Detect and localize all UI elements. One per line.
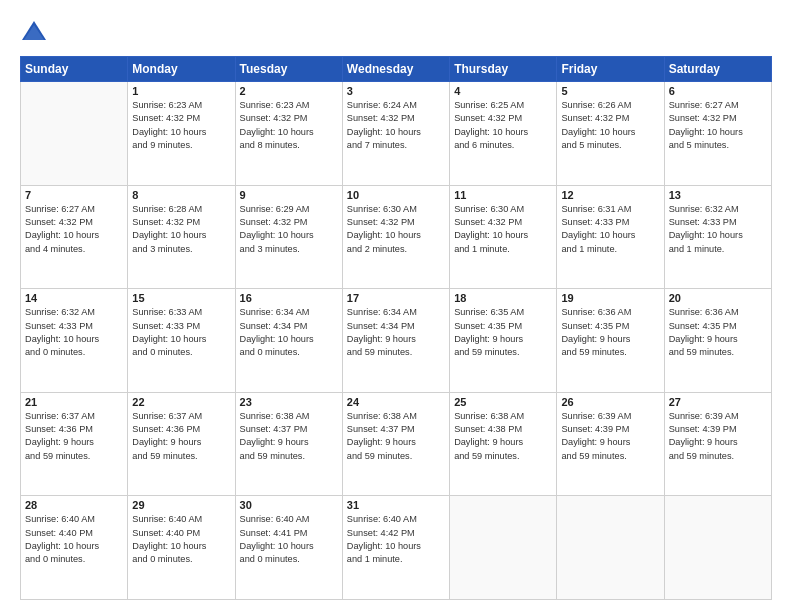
weekday-header-sunday: Sunday: [21, 57, 128, 82]
day-number: 25: [454, 396, 552, 408]
day-number: 1: [132, 85, 230, 97]
day-number: 7: [25, 189, 123, 201]
day-number: 13: [669, 189, 767, 201]
calendar-cell: 14Sunrise: 6:32 AM Sunset: 4:33 PM Dayli…: [21, 289, 128, 393]
day-number: 9: [240, 189, 338, 201]
day-number: 23: [240, 396, 338, 408]
day-info: Sunrise: 6:28 AM Sunset: 4:32 PM Dayligh…: [132, 203, 230, 256]
day-info: Sunrise: 6:23 AM Sunset: 4:32 PM Dayligh…: [132, 99, 230, 152]
day-info: Sunrise: 6:34 AM Sunset: 4:34 PM Dayligh…: [347, 306, 445, 359]
day-number: 17: [347, 292, 445, 304]
day-number: 21: [25, 396, 123, 408]
calendar-cell: 25Sunrise: 6:38 AM Sunset: 4:38 PM Dayli…: [450, 392, 557, 496]
day-number: 18: [454, 292, 552, 304]
day-number: 8: [132, 189, 230, 201]
day-info: Sunrise: 6:40 AM Sunset: 4:40 PM Dayligh…: [132, 513, 230, 566]
calendar-cell: 18Sunrise: 6:35 AM Sunset: 4:35 PM Dayli…: [450, 289, 557, 393]
logo: [20, 18, 52, 46]
day-number: 6: [669, 85, 767, 97]
day-number: 29: [132, 499, 230, 511]
day-info: Sunrise: 6:27 AM Sunset: 4:32 PM Dayligh…: [669, 99, 767, 152]
day-info: Sunrise: 6:38 AM Sunset: 4:37 PM Dayligh…: [240, 410, 338, 463]
calendar-cell: 10Sunrise: 6:30 AM Sunset: 4:32 PM Dayli…: [342, 185, 449, 289]
day-info: Sunrise: 6:39 AM Sunset: 4:39 PM Dayligh…: [561, 410, 659, 463]
day-number: 3: [347, 85, 445, 97]
calendar-cell: 21Sunrise: 6:37 AM Sunset: 4:36 PM Dayli…: [21, 392, 128, 496]
day-info: Sunrise: 6:39 AM Sunset: 4:39 PM Dayligh…: [669, 410, 767, 463]
day-info: Sunrise: 6:37 AM Sunset: 4:36 PM Dayligh…: [132, 410, 230, 463]
calendar-cell: 19Sunrise: 6:36 AM Sunset: 4:35 PM Dayli…: [557, 289, 664, 393]
weekday-header-monday: Monday: [128, 57, 235, 82]
calendar-cell: 15Sunrise: 6:33 AM Sunset: 4:33 PM Dayli…: [128, 289, 235, 393]
day-number: 4: [454, 85, 552, 97]
calendar-cell: 29Sunrise: 6:40 AM Sunset: 4:40 PM Dayli…: [128, 496, 235, 600]
day-info: Sunrise: 6:38 AM Sunset: 4:37 PM Dayligh…: [347, 410, 445, 463]
calendar-week-row: 28Sunrise: 6:40 AM Sunset: 4:40 PM Dayli…: [21, 496, 772, 600]
calendar-cell: 4Sunrise: 6:25 AM Sunset: 4:32 PM Daylig…: [450, 82, 557, 186]
day-info: Sunrise: 6:36 AM Sunset: 4:35 PM Dayligh…: [669, 306, 767, 359]
day-number: 31: [347, 499, 445, 511]
day-info: Sunrise: 6:40 AM Sunset: 4:42 PM Dayligh…: [347, 513, 445, 566]
day-info: Sunrise: 6:25 AM Sunset: 4:32 PM Dayligh…: [454, 99, 552, 152]
calendar-cell: [557, 496, 664, 600]
calendar-cell: 17Sunrise: 6:34 AM Sunset: 4:34 PM Dayli…: [342, 289, 449, 393]
day-info: Sunrise: 6:32 AM Sunset: 4:33 PM Dayligh…: [669, 203, 767, 256]
weekday-header-friday: Friday: [557, 57, 664, 82]
day-info: Sunrise: 6:36 AM Sunset: 4:35 PM Dayligh…: [561, 306, 659, 359]
day-number: 26: [561, 396, 659, 408]
day-info: Sunrise: 6:35 AM Sunset: 4:35 PM Dayligh…: [454, 306, 552, 359]
calendar-cell: 13Sunrise: 6:32 AM Sunset: 4:33 PM Dayli…: [664, 185, 771, 289]
calendar-cell: 30Sunrise: 6:40 AM Sunset: 4:41 PM Dayli…: [235, 496, 342, 600]
day-info: Sunrise: 6:29 AM Sunset: 4:32 PM Dayligh…: [240, 203, 338, 256]
weekday-header-thursday: Thursday: [450, 57, 557, 82]
calendar-cell: 8Sunrise: 6:28 AM Sunset: 4:32 PM Daylig…: [128, 185, 235, 289]
calendar-week-row: 21Sunrise: 6:37 AM Sunset: 4:36 PM Dayli…: [21, 392, 772, 496]
day-info: Sunrise: 6:24 AM Sunset: 4:32 PM Dayligh…: [347, 99, 445, 152]
calendar-cell: 7Sunrise: 6:27 AM Sunset: 4:32 PM Daylig…: [21, 185, 128, 289]
day-info: Sunrise: 6:30 AM Sunset: 4:32 PM Dayligh…: [347, 203, 445, 256]
day-number: 14: [25, 292, 123, 304]
day-number: 5: [561, 85, 659, 97]
weekday-header-tuesday: Tuesday: [235, 57, 342, 82]
day-info: Sunrise: 6:38 AM Sunset: 4:38 PM Dayligh…: [454, 410, 552, 463]
calendar-cell: 26Sunrise: 6:39 AM Sunset: 4:39 PM Dayli…: [557, 392, 664, 496]
day-number: 10: [347, 189, 445, 201]
day-number: 28: [25, 499, 123, 511]
day-info: Sunrise: 6:26 AM Sunset: 4:32 PM Dayligh…: [561, 99, 659, 152]
day-info: Sunrise: 6:30 AM Sunset: 4:32 PM Dayligh…: [454, 203, 552, 256]
day-info: Sunrise: 6:34 AM Sunset: 4:34 PM Dayligh…: [240, 306, 338, 359]
day-number: 15: [132, 292, 230, 304]
day-info: Sunrise: 6:40 AM Sunset: 4:41 PM Dayligh…: [240, 513, 338, 566]
day-number: 30: [240, 499, 338, 511]
calendar-week-row: 7Sunrise: 6:27 AM Sunset: 4:32 PM Daylig…: [21, 185, 772, 289]
calendar-cell: 5Sunrise: 6:26 AM Sunset: 4:32 PM Daylig…: [557, 82, 664, 186]
weekday-header-wednesday: Wednesday: [342, 57, 449, 82]
calendar-cell: 9Sunrise: 6:29 AM Sunset: 4:32 PM Daylig…: [235, 185, 342, 289]
calendar-cell: 6Sunrise: 6:27 AM Sunset: 4:32 PM Daylig…: [664, 82, 771, 186]
calendar-cell: 22Sunrise: 6:37 AM Sunset: 4:36 PM Dayli…: [128, 392, 235, 496]
calendar-cell: 20Sunrise: 6:36 AM Sunset: 4:35 PM Dayli…: [664, 289, 771, 393]
calendar-cell: 27Sunrise: 6:39 AM Sunset: 4:39 PM Dayli…: [664, 392, 771, 496]
day-info: Sunrise: 6:31 AM Sunset: 4:33 PM Dayligh…: [561, 203, 659, 256]
day-info: Sunrise: 6:40 AM Sunset: 4:40 PM Dayligh…: [25, 513, 123, 566]
page: SundayMondayTuesdayWednesdayThursdayFrid…: [0, 0, 792, 612]
calendar-week-row: 1Sunrise: 6:23 AM Sunset: 4:32 PM Daylig…: [21, 82, 772, 186]
day-number: 20: [669, 292, 767, 304]
day-number: 19: [561, 292, 659, 304]
logo-icon: [20, 18, 48, 46]
calendar-cell: 1Sunrise: 6:23 AM Sunset: 4:32 PM Daylig…: [128, 82, 235, 186]
calendar-header-row: SundayMondayTuesdayWednesdayThursdayFrid…: [21, 57, 772, 82]
day-info: Sunrise: 6:37 AM Sunset: 4:36 PM Dayligh…: [25, 410, 123, 463]
day-number: 2: [240, 85, 338, 97]
header: [20, 18, 772, 46]
calendar-cell: 12Sunrise: 6:31 AM Sunset: 4:33 PM Dayli…: [557, 185, 664, 289]
calendar-cell: 3Sunrise: 6:24 AM Sunset: 4:32 PM Daylig…: [342, 82, 449, 186]
day-number: 22: [132, 396, 230, 408]
calendar-cell: 16Sunrise: 6:34 AM Sunset: 4:34 PM Dayli…: [235, 289, 342, 393]
calendar-cell: 24Sunrise: 6:38 AM Sunset: 4:37 PM Dayli…: [342, 392, 449, 496]
calendar-cell: 28Sunrise: 6:40 AM Sunset: 4:40 PM Dayli…: [21, 496, 128, 600]
day-number: 24: [347, 396, 445, 408]
day-number: 12: [561, 189, 659, 201]
weekday-header-saturday: Saturday: [664, 57, 771, 82]
day-number: 16: [240, 292, 338, 304]
